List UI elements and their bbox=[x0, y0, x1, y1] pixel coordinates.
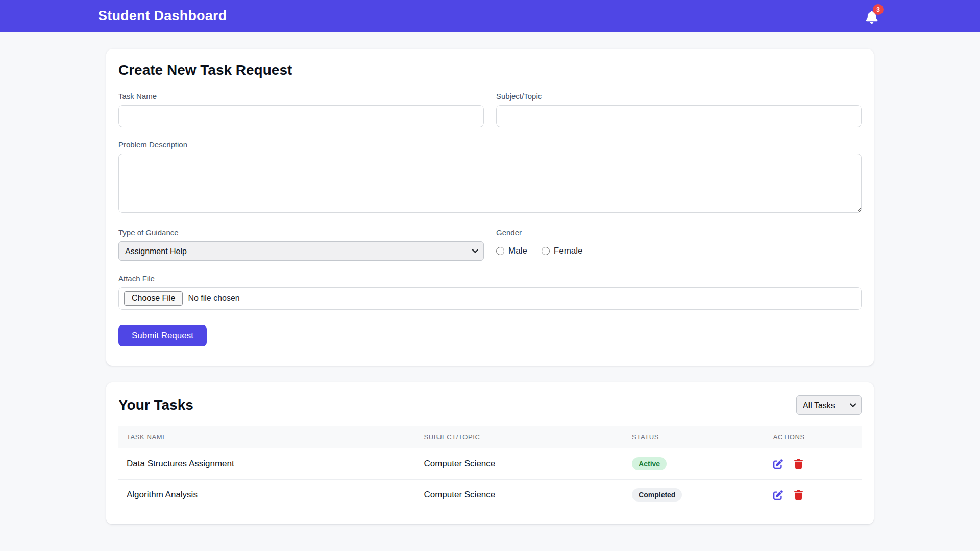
trash-icon bbox=[794, 490, 803, 500]
tasks-table: TASK NAME SUBJECT/TOPIC STATUS ACTIONS D… bbox=[118, 426, 862, 510]
description-field: Problem Description bbox=[118, 140, 862, 215]
edit-task-button[interactable] bbox=[773, 459, 783, 469]
tasks-title: Your Tasks bbox=[118, 397, 193, 413]
task-subject-cell: Computer Science bbox=[415, 448, 624, 480]
table-header-row: TASK NAME SUBJECT/TOPIC STATUS ACTIONS bbox=[118, 426, 862, 448]
subject-input[interactable] bbox=[496, 105, 862, 127]
tasks-table-body: Data Structures Assignment Computer Scie… bbox=[118, 448, 862, 511]
task-name-cell: Algorithm Analysis bbox=[118, 480, 415, 511]
gender-male-radio[interactable] bbox=[496, 247, 504, 255]
edit-icon bbox=[773, 490, 783, 500]
choose-file-button[interactable]: Choose File bbox=[124, 291, 183, 306]
gender-male-option[interactable]: Male bbox=[496, 246, 527, 256]
gender-female-option[interactable]: Female bbox=[542, 246, 583, 256]
description-label: Problem Description bbox=[118, 140, 862, 149]
subject-label: Subject/Topic bbox=[496, 92, 862, 101]
task-filter-select[interactable]: All Tasks bbox=[796, 395, 862, 415]
edit-icon bbox=[773, 459, 783, 469]
status-badge: Completed bbox=[632, 488, 682, 502]
task-name-field: Task Name bbox=[118, 92, 484, 127]
table-row: Data Structures Assignment Computer Scie… bbox=[118, 448, 862, 480]
delete-task-button[interactable] bbox=[794, 459, 803, 469]
status-badge: Active bbox=[632, 457, 667, 470]
guidance-field: Type of Guidance Assignment Help bbox=[118, 228, 484, 261]
delete-task-button[interactable] bbox=[794, 490, 803, 500]
notification-count-badge: 3 bbox=[873, 4, 884, 15]
col-actions: ACTIONS bbox=[765, 426, 862, 448]
gender-male-label: Male bbox=[508, 246, 527, 256]
task-name-input[interactable] bbox=[118, 105, 484, 127]
subject-field: Subject/Topic bbox=[496, 92, 862, 127]
your-tasks-card: Your Tasks All Tasks TASK NAME SUBJECT/T… bbox=[106, 382, 874, 524]
submit-request-button[interactable]: Submit Request bbox=[118, 325, 207, 346]
create-task-card: Create New Task Request Task Name Subjec… bbox=[106, 49, 874, 366]
col-status: STATUS bbox=[624, 426, 765, 448]
description-textarea[interactable] bbox=[118, 154, 862, 213]
guidance-select[interactable]: Assignment Help bbox=[118, 241, 484, 261]
edit-task-button[interactable] bbox=[773, 490, 783, 500]
file-status-text: No file chosen bbox=[188, 294, 239, 303]
gender-field: Gender Male Female bbox=[496, 228, 862, 261]
guidance-label: Type of Guidance bbox=[118, 228, 484, 237]
gender-label: Gender bbox=[496, 228, 862, 237]
table-row: Algorithm Analysis Computer Science Comp… bbox=[118, 480, 862, 511]
app-title: Student Dashboard bbox=[98, 8, 227, 24]
attach-file-field: Attach File Choose File No file chosen bbox=[118, 274, 862, 310]
task-request-form: Task Name Subject/Topic Problem Descript… bbox=[118, 92, 862, 346]
gender-female-label: Female bbox=[554, 246, 583, 256]
form-title: Create New Task Request bbox=[118, 62, 862, 79]
app-header: Student Dashboard 3 bbox=[0, 0, 980, 32]
notifications-button[interactable]: 3 bbox=[866, 9, 879, 23]
col-subject: SUBJECT/TOPIC bbox=[415, 426, 624, 448]
trash-icon bbox=[794, 459, 803, 469]
file-input[interactable]: Choose File No file chosen bbox=[118, 287, 862, 310]
col-task-name: TASK NAME bbox=[118, 426, 415, 448]
task-name-cell: Data Structures Assignment bbox=[118, 448, 415, 480]
task-name-label: Task Name bbox=[118, 92, 484, 101]
task-subject-cell: Computer Science bbox=[415, 480, 624, 511]
gender-female-radio[interactable] bbox=[542, 247, 550, 255]
attach-file-label: Attach File bbox=[118, 274, 862, 283]
main-content: Create New Task Request Task Name Subjec… bbox=[106, 49, 874, 551]
